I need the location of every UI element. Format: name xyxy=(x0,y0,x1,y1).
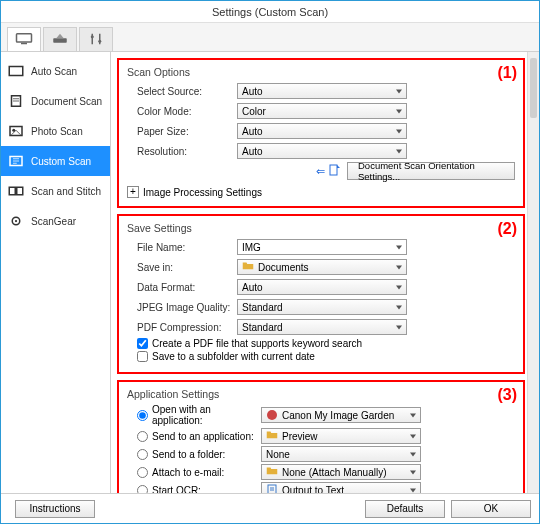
resolution-label: Resolution: xyxy=(137,146,237,157)
resolution-value: Auto xyxy=(242,146,263,157)
orientation-settings-label: Document Scan Orientation Settings... xyxy=(358,160,504,182)
sidebar-item-auto-scan[interactable]: Auto Scan xyxy=(1,56,110,86)
svg-rect-20 xyxy=(268,485,276,493)
region-label-1: (1) xyxy=(497,64,517,82)
open-app-value: Canon My Image Garden xyxy=(282,410,394,421)
start-ocr-combo[interactable]: Output to Text xyxy=(261,482,421,493)
resolution-combo[interactable]: Auto xyxy=(237,143,407,159)
image-processing-label: Image Processing Settings xyxy=(143,187,262,198)
ok-button[interactable]: OK xyxy=(451,500,531,518)
file-name-field[interactable]: IMG xyxy=(237,239,407,255)
arrow-left-icon: ⇐ xyxy=(316,165,325,178)
document-scan-icon xyxy=(7,94,25,108)
save-in-label: Save in: xyxy=(137,262,237,273)
send-app-radio[interactable] xyxy=(137,431,148,442)
region-label-2: (2) xyxy=(497,220,517,238)
send-folder-value: None xyxy=(266,449,290,460)
start-ocr-value: Output to Text xyxy=(282,485,344,494)
bottom-bar: Instructions Defaults OK xyxy=(1,493,539,523)
photo-scan-icon xyxy=(7,124,25,138)
svg-point-17 xyxy=(15,220,17,222)
application-settings-region: (3) Application Settings Open with an ap… xyxy=(117,380,525,493)
save-in-combo[interactable]: Documents xyxy=(237,259,407,275)
stitch-icon xyxy=(7,184,25,198)
content: (1) Scan Options Select Source: Auto Col… xyxy=(111,52,539,493)
attach-mail-value: None (Attach Manually) xyxy=(282,467,387,478)
send-app-combo[interactable]: Preview xyxy=(261,428,421,444)
scangear-icon xyxy=(7,214,25,228)
main-area: Auto Scan Document Scan Photo Scan Custo… xyxy=(1,23,539,523)
sidebar-item-label: Photo Scan xyxy=(31,126,83,137)
title-bar: Settings (Custom Scan) xyxy=(1,1,539,23)
instructions-button[interactable]: Instructions xyxy=(15,500,95,518)
attach-mail-radio[interactable] xyxy=(137,467,148,478)
attach-mail-combo[interactable]: None (Attach Manually) xyxy=(261,464,421,480)
tab-scan-from-panel[interactable] xyxy=(43,27,77,51)
region-label-3: (3) xyxy=(497,386,517,404)
open-app-combo[interactable]: Canon My Image Garden xyxy=(261,407,421,423)
svg-rect-2 xyxy=(53,38,67,43)
sidebar-item-photo-scan[interactable]: Photo Scan xyxy=(1,116,110,146)
sidebar-item-label: Custom Scan xyxy=(31,156,91,167)
text-file-icon xyxy=(266,484,278,493)
attach-mail-label: Attach to e-mail: xyxy=(152,467,257,478)
svg-rect-15 xyxy=(17,187,23,195)
sidebar-item-label: ScanGear xyxy=(31,216,76,227)
color-mode-combo[interactable]: Color xyxy=(237,103,407,119)
send-folder-radio[interactable] xyxy=(137,449,148,460)
vertical-scrollbar[interactable] xyxy=(527,52,539,493)
tab-scan-from-computer[interactable] xyxy=(7,27,41,51)
send-folder-combo[interactable]: None xyxy=(261,446,421,462)
svg-point-6 xyxy=(98,39,101,42)
save-settings-title: Save Settings xyxy=(127,222,515,234)
jpeg-quality-combo[interactable]: Standard xyxy=(237,299,407,315)
sidebar-item-label: Document Scan xyxy=(31,96,102,107)
paper-size-combo[interactable]: Auto xyxy=(237,123,407,139)
application-settings-title: Application Settings xyxy=(127,388,515,400)
save-in-value: Documents xyxy=(258,262,309,273)
svg-point-19 xyxy=(267,410,277,420)
pdf-compression-combo[interactable]: Standard xyxy=(237,319,407,335)
scan-options-region: (1) Scan Options Select Source: Auto Col… xyxy=(117,58,525,208)
top-tabs xyxy=(1,23,539,52)
tab-general-settings[interactable] xyxy=(79,27,113,51)
application-icon xyxy=(266,409,278,421)
open-app-radio[interactable] xyxy=(137,410,148,421)
instructions-label: Instructions xyxy=(29,503,80,514)
svg-point-4 xyxy=(91,35,94,38)
ok-label: OK xyxy=(484,503,498,514)
create-pdf-keyword-label: Create a PDF file that supports keyword … xyxy=(152,338,362,349)
sidebar-item-label: Scan and Stitch xyxy=(31,186,101,197)
open-app-label: Open with an application: xyxy=(152,404,257,426)
pdf-compression-label: PDF Compression: xyxy=(137,322,237,333)
start-ocr-radio[interactable] xyxy=(137,485,148,494)
sidebar-item-scangear[interactable]: ScanGear xyxy=(1,206,110,236)
defaults-button[interactable]: Defaults xyxy=(365,500,445,518)
data-format-combo[interactable]: Auto xyxy=(237,279,407,295)
start-ocr-label: Start OCR: xyxy=(152,485,257,494)
paper-size-value: Auto xyxy=(242,126,263,137)
select-source-combo[interactable]: Auto xyxy=(237,83,407,99)
sidebar-item-scan-and-stitch[interactable]: Scan and Stitch xyxy=(1,176,110,206)
defaults-label: Defaults xyxy=(387,503,424,514)
save-subfolder-checkbox[interactable] xyxy=(137,351,148,362)
folder-icon xyxy=(266,430,278,442)
save-settings-region: (2) Save Settings File Name: IMG Save in… xyxy=(117,214,525,374)
jpeg-quality-label: JPEG Image Quality: xyxy=(137,302,237,313)
send-app-value: Preview xyxy=(282,431,318,442)
pdf-compression-value: Standard xyxy=(242,322,283,333)
create-pdf-keyword-checkbox[interactable] xyxy=(137,338,148,349)
save-subfolder-label: Save to a subfolder with current date xyxy=(152,351,315,362)
sidebar-item-document-scan[interactable]: Document Scan xyxy=(1,86,110,116)
body: Auto Scan Document Scan Photo Scan Custo… xyxy=(1,52,539,493)
sidebar: Auto Scan Document Scan Photo Scan Custo… xyxy=(1,52,111,493)
content-wrap: (1) Scan Options Select Source: Auto Col… xyxy=(111,52,539,493)
image-processing-expand[interactable]: + xyxy=(127,186,139,198)
orientation-settings-button[interactable]: Document Scan Orientation Settings... xyxy=(347,162,515,180)
settings-window: Settings (Custom Scan) xyxy=(0,0,540,524)
sidebar-item-custom-scan[interactable]: Custom Scan xyxy=(1,146,110,176)
window-title: Settings (Custom Scan) xyxy=(212,6,328,18)
auto-scan-icon xyxy=(7,64,25,78)
send-folder-label: Send to a folder: xyxy=(152,449,257,460)
svg-rect-0 xyxy=(17,33,32,41)
